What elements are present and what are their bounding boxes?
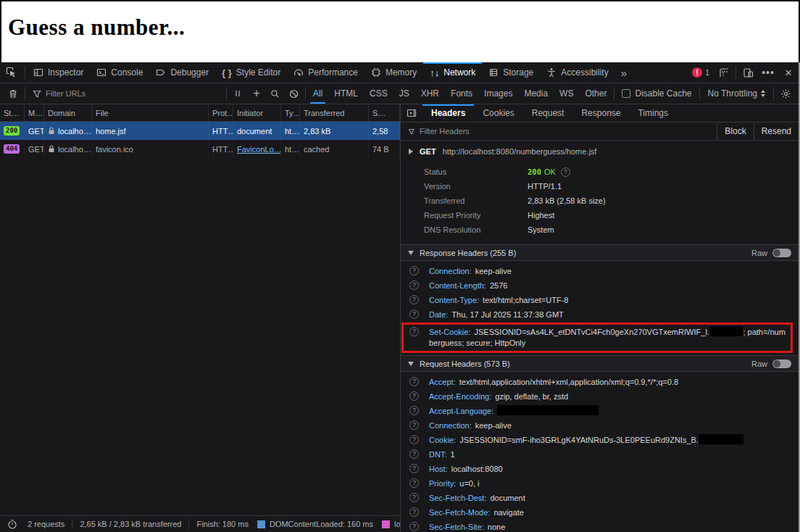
table-row[interactable]: 404 GET localho… favicon.ico HTT… Favico… xyxy=(0,140,400,158)
header-row[interactable]: ? Sec-Fetch-Sitenone xyxy=(401,520,799,532)
throttling-select[interactable]: No Throttling xyxy=(701,88,772,99)
tab-response[interactable]: Response xyxy=(572,104,629,122)
split-panel-toggle-button[interactable] xyxy=(401,104,422,122)
col-protocol[interactable]: Prot… xyxy=(209,104,233,121)
tab-storage[interactable]: Storage xyxy=(482,62,540,83)
help-icon[interactable]: ? xyxy=(409,327,419,336)
network-settings-button[interactable] xyxy=(775,83,796,104)
header-row[interactable]: ? Accept-Encodinggzip, deflate, br, zstd xyxy=(401,389,799,404)
disable-cache-checkbox[interactable] xyxy=(622,89,630,98)
table-row[interactable]: 200 GET localho… home.jsf HTT… document … xyxy=(0,122,400,140)
block-button[interactable]: Block xyxy=(717,122,753,140)
help-icon[interactable]: ? xyxy=(409,464,419,473)
tab-request[interactable]: Request xyxy=(523,104,573,122)
header-row[interactable]: ? DateThu, 17 Jul 2025 11:37:38 GMT xyxy=(401,307,799,322)
type-filter-button[interactable]: XHR xyxy=(415,83,445,104)
header-row[interactable]: ? Accept-Language xyxy=(401,404,799,418)
filter-headers-input[interactable] xyxy=(420,127,713,136)
type-filter-button[interactable]: Images xyxy=(478,83,518,104)
resend-button[interactable]: Resend xyxy=(754,122,799,140)
help-icon[interactable]: ? xyxy=(409,478,419,488)
header-row[interactable]: ? Set-CookieJSESSIONID=sAs4LK_etDNTvCi4F… xyxy=(401,323,793,353)
header-row[interactable]: ? Sec-Fetch-Modenavigate xyxy=(401,505,799,520)
help-icon[interactable]: ? xyxy=(409,377,419,386)
iframe-picker-button[interactable] xyxy=(714,62,734,83)
type-filter-button[interactable]: Other xyxy=(579,83,612,104)
request-url-row[interactable]: GET http://localhost:8080/numberguess/ho… xyxy=(401,141,799,162)
new-request-button[interactable]: + xyxy=(247,87,266,100)
col-transferred[interactable]: Transferred xyxy=(300,104,369,121)
header-row[interactable]: ? Content-Length2576 xyxy=(401,278,799,293)
col-type[interactable]: Ty… xyxy=(281,104,300,121)
pick-element-button[interactable] xyxy=(0,62,23,83)
tab-headers[interactable]: Headers xyxy=(422,104,474,122)
help-icon[interactable]: ? xyxy=(409,449,419,459)
col-domain[interactable]: Domain xyxy=(44,104,92,121)
requests-count[interactable]: 2 requests xyxy=(20,520,72,528)
col-initiator[interactable]: Initiator xyxy=(233,104,281,121)
more-tabs-button[interactable]: » xyxy=(615,62,633,83)
help-icon[interactable]: ? xyxy=(409,507,419,517)
tab-network[interactable]: ↑↓ Network xyxy=(423,62,482,83)
clear-requests-button[interactable] xyxy=(3,83,23,104)
help-icon[interactable]: ? xyxy=(561,167,570,177)
help-icon[interactable]: ? xyxy=(409,391,419,401)
raw-toggle[interactable] xyxy=(772,249,791,257)
col-file[interactable]: File xyxy=(92,104,209,121)
initiator-cell[interactable]: document xyxy=(237,127,272,136)
type-filter-button[interactable]: CSS xyxy=(364,83,393,104)
header-row[interactable]: ? DNT1 xyxy=(401,447,799,462)
tab-console[interactable]: Console xyxy=(90,62,149,83)
tab-performance[interactable]: Performance xyxy=(287,62,364,83)
close-devtools-button[interactable]: ✕ xyxy=(778,62,799,83)
col-status[interactable]: St… xyxy=(0,104,25,121)
tab-inspector[interactable]: Inspector xyxy=(27,62,90,83)
tab-debugger[interactable]: Debugger xyxy=(149,62,215,83)
help-icon[interactable]: ? xyxy=(409,420,419,430)
type-filter-button[interactable]: WS xyxy=(554,83,579,104)
col-method[interactable]: M… xyxy=(25,104,44,121)
tab-style-editor[interactable]: { } Style Editor xyxy=(215,62,287,83)
tab-accessibility[interactable]: Accessibility xyxy=(540,62,614,83)
help-icon[interactable]: ? xyxy=(409,522,419,531)
header-row[interactable]: ? CookieJSESSIONID=smF-iho3GRLgK4YAtNRuD… xyxy=(401,433,799,447)
help-icon[interactable]: ? xyxy=(409,309,419,319)
type-filter-button[interactable]: Fonts xyxy=(445,83,478,104)
help-icon[interactable]: ? xyxy=(409,280,419,290)
type-filter-button[interactable]: All xyxy=(307,83,328,104)
filter-urls-input[interactable] xyxy=(46,89,225,98)
block-request-button[interactable] xyxy=(285,89,304,99)
help-icon[interactable]: ? xyxy=(409,295,419,304)
search-button[interactable] xyxy=(266,89,285,99)
finish-time[interactable]: Finish: 180 ms xyxy=(189,520,256,528)
header-row[interactable]: ? Accepttext/html,application/xhtml+xml,… xyxy=(401,375,799,389)
transferred-summary[interactable]: 2,65 kB / 2,83 kB transferred xyxy=(72,520,188,528)
help-icon[interactable]: ? xyxy=(409,406,419,415)
raw-toggle[interactable] xyxy=(772,359,791,368)
header-row[interactable]: ? Sec-Fetch-Destdocument xyxy=(401,491,799,505)
responsive-design-mode-button[interactable] xyxy=(738,62,758,83)
initiator-cell[interactable]: FaviconLo… xyxy=(237,145,281,154)
help-icon[interactable]: ? xyxy=(409,435,419,444)
pause-traffic-button[interactable] xyxy=(228,89,247,98)
tab-timings[interactable]: Timings xyxy=(629,104,677,122)
load-time[interactable]: load xyxy=(394,520,400,528)
header-row[interactable]: ? Connectionkeep-alive xyxy=(401,264,799,278)
devtools-menu-button[interactable]: ••• xyxy=(758,62,778,83)
header-row[interactable]: ? Content-Typetext/html;charset=UTF-8 xyxy=(401,293,799,307)
response-headers-section[interactable]: Response Headers (255 B) Raw xyxy=(401,244,799,261)
type-filter-button[interactable]: JS xyxy=(393,83,415,104)
help-icon[interactable]: ? xyxy=(409,493,419,502)
tab-memory[interactable]: Memory xyxy=(364,62,423,83)
tab-cookies[interactable]: Cookies xyxy=(474,104,522,122)
type-filter-button[interactable]: Media xyxy=(518,83,554,104)
error-count[interactable]: ! 1 xyxy=(688,67,714,78)
domcontentloaded-time[interactable]: DOMContentLoaded: 160 ms xyxy=(270,520,373,528)
header-row[interactable]: ? Connectionkeep-alive xyxy=(401,418,799,433)
disable-cache-control[interactable]: Disable Cache xyxy=(616,88,697,99)
col-size[interactable]: S… xyxy=(369,104,400,121)
help-icon[interactable]: ? xyxy=(409,266,419,275)
request-headers-section[interactable]: Request Headers (573 B) Raw xyxy=(401,355,799,372)
type-filter-button[interactable]: HTML xyxy=(328,83,364,104)
header-row[interactable]: ? Priorityu=0, i xyxy=(401,476,799,491)
